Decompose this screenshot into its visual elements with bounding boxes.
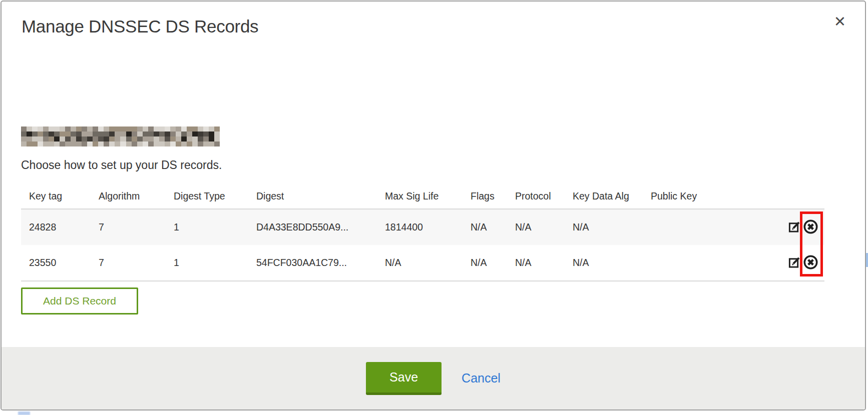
- cell-digest-type: 1: [172, 209, 254, 245]
- cell-digest: 54FCF030AA1C79...: [254, 245, 383, 281]
- col-header-flags: Flags: [469, 186, 513, 209]
- cell-key-tag: 23550: [21, 245, 97, 281]
- edit-icon[interactable]: [788, 220, 801, 234]
- cell-digest-type: 1: [172, 245, 254, 281]
- cancel-link[interactable]: Cancel: [462, 371, 501, 386]
- cell-key-tag: 24828: [21, 209, 97, 245]
- cell-flags: N/A: [469, 245, 513, 281]
- cell-algorithm: 7: [97, 209, 172, 245]
- background-page-peek: [18, 412, 30, 415]
- col-header-actions: [782, 186, 824, 209]
- table-row: 23550 7 1 54FCF030AA1C79... N/A N/A N/A …: [21, 245, 824, 281]
- cell-max-sig-life: 1814400: [383, 209, 469, 245]
- ds-records-table-wrap: Key tag Algorithm Digest Type Digest Max…: [21, 186, 824, 282]
- manage-dnssec-dialog: Manage DNSSEC DS Records ✕ Choose how to…: [1, 0, 866, 410]
- col-header-max-sig-life: Max Sig Life: [383, 186, 469, 209]
- table-row: 24828 7 1 D4A33E8DD550A9... 1814400 N/A …: [21, 209, 824, 245]
- instruction-text: Choose how to set up your DS records.: [21, 158, 222, 172]
- cell-protocol: N/A: [513, 245, 571, 281]
- cell-public-key: [649, 245, 782, 281]
- cell-key-data-alg: N/A: [571, 245, 649, 281]
- cell-algorithm: 7: [97, 245, 172, 281]
- cell-key-data-alg: N/A: [571, 209, 649, 245]
- ds-records-table: Key tag Algorithm Digest Type Digest Max…: [21, 186, 824, 282]
- edit-icon[interactable]: [788, 256, 801, 269]
- cell-max-sig-life: N/A: [383, 245, 469, 281]
- col-header-public-key: Public Key: [649, 186, 782, 209]
- close-icon[interactable]: ✕: [831, 12, 849, 30]
- save-button[interactable]: Save: [366, 362, 442, 395]
- delete-icon[interactable]: [803, 219, 818, 234]
- col-header-digest: Digest: [254, 186, 383, 209]
- col-header-digest-type: Digest Type: [172, 186, 254, 209]
- page-title: Manage DNSSEC DS Records: [22, 16, 258, 36]
- table-header-row: Key tag Algorithm Digest Type Digest Max…: [21, 186, 824, 209]
- cell-public-key: [649, 209, 782, 245]
- redacted-domain-name: [21, 126, 220, 146]
- delete-icon[interactable]: [803, 254, 818, 270]
- cell-digest: D4A33E8DD550A9...: [254, 209, 383, 245]
- col-header-algorithm: Algorithm: [97, 186, 172, 209]
- dialog-footer: Save Cancel: [2, 347, 865, 410]
- add-ds-record-button[interactable]: Add DS Record: [21, 288, 138, 314]
- row-actions: [782, 209, 824, 245]
- cell-protocol: N/A: [513, 209, 571, 245]
- cell-flags: N/A: [469, 209, 513, 245]
- col-header-key-tag: Key tag: [21, 186, 97, 209]
- col-header-protocol: Protocol: [513, 186, 571, 209]
- row-actions: [782, 245, 824, 281]
- col-header-key-data-alg: Key Data Alg: [571, 186, 649, 209]
- background-page-peek: [866, 253, 868, 267]
